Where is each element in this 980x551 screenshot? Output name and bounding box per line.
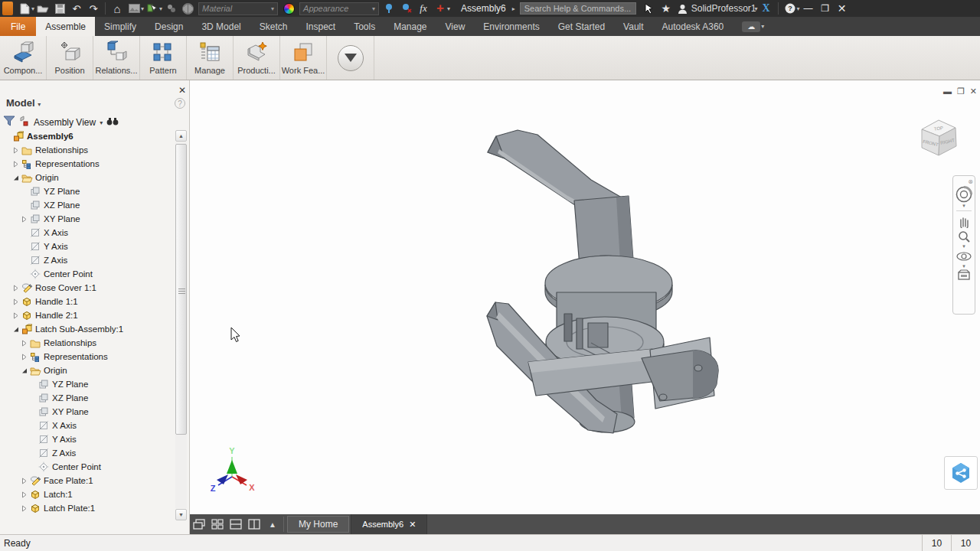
tree-item-relationships[interactable]: Relationships (0, 336, 176, 350)
ribbon-button-workfea[interactable]: Work Fea... (280, 39, 326, 75)
ribbon-tab-vault[interactable]: Vault (614, 17, 652, 36)
tree-item-center-point[interactable]: Center Point (0, 267, 176, 281)
tree-item-latch-1[interactable]: Latch:1 (0, 487, 176, 501)
new-file-icon[interactable] (17, 1, 32, 16)
expand-arrow-icon[interactable] (11, 298, 21, 305)
restore-button[interactable]: ❐ (817, 1, 834, 16)
material-sphere-icon[interactable] (180, 1, 195, 16)
ribbon-tab-environments[interactable]: Environments (474, 17, 548, 36)
favorites-star-icon[interactable]: ★ (658, 1, 674, 16)
username-label[interactable]: SolidProfessor1 (691, 3, 756, 14)
tree-item-y-axis[interactable]: Y Axis (0, 432, 176, 446)
minimize-button[interactable]: — (800, 1, 817, 16)
ribbon-tab-assemble[interactable]: Assemble (36, 17, 95, 36)
measure-dropdown-icon[interactable]: ▾ (447, 5, 450, 12)
tile-windows-icon[interactable] (208, 514, 227, 534)
viewport-3d[interactable]: ▬ ❐ ✕ (190, 80, 980, 514)
save-icon[interactable] (52, 1, 67, 16)
appearance-combo[interactable]: Appearance ▾ (299, 2, 379, 15)
assembly-3d-model[interactable] (190, 80, 980, 514)
zoom-icon[interactable] (957, 230, 971, 243)
scroll-up-icon[interactable]: ▲ (175, 130, 187, 142)
tree-item-xz-plane[interactable]: XZ Plane (0, 391, 176, 405)
tree-item-origin[interactable]: Origin (0, 364, 176, 377)
expand-arrow-icon[interactable] (20, 478, 29, 484)
assembly-view-selector[interactable]: Assembly View (34, 117, 96, 128)
split-horizontal-icon[interactable] (227, 514, 245, 534)
ribbon-tab-design[interactable]: Design (145, 17, 192, 36)
return-icon[interactable] (163, 1, 178, 16)
browser-title[interactable]: Model ▾ (6, 97, 41, 109)
expand-arrow-icon[interactable] (11, 285, 21, 292)
tree-item-xy-plane[interactable]: XY Plane (0, 212, 176, 226)
tree-item-rose-cover-1-1[interactable]: Rose Cover 1:1 (0, 281, 176, 295)
new-file-dropdown-icon[interactable]: ▾ (31, 5, 34, 12)
tree-item-representations[interactable]: Representations (0, 350, 176, 364)
look-at-icon[interactable] (957, 269, 971, 281)
wheel-dropdown-icon[interactable]: ▾ (962, 204, 965, 208)
tree-item-relationships[interactable]: Relationships (0, 143, 176, 157)
render-dropdown-icon[interactable]: ▾ (141, 5, 144, 12)
tab-assembly6[interactable]: Assembly6 ✕ (351, 514, 427, 534)
feedback-cursor-icon[interactable] (642, 1, 657, 16)
a360-shared-views-button[interactable] (944, 456, 978, 490)
select-icon[interactable] (145, 1, 160, 16)
ribbon-tab-autodesk-a360[interactable]: Autodesk A360 (653, 17, 733, 36)
expand-arrow-icon[interactable] (20, 216, 29, 223)
tree-item-latch-plate-1[interactable]: Latch Plate:1 (0, 501, 176, 515)
expand-arrow-icon[interactable] (11, 147, 21, 154)
parameters-fx-icon[interactable]: fx (416, 1, 431, 16)
user-dropdown-icon[interactable]: ▾ (754, 5, 757, 12)
pan-hand-icon[interactable] (957, 214, 971, 228)
help-icon[interactable]: ? (782, 1, 798, 16)
open-icon[interactable] (35, 1, 51, 16)
expand-arrow-icon[interactable] (11, 312, 21, 319)
undo-icon[interactable]: ↶ (69, 1, 84, 16)
color-wheel-icon[interactable] (281, 1, 296, 16)
exchange-apps-icon[interactable]: X (759, 1, 774, 16)
ribbon-button-manage[interactable]: Manage (187, 39, 233, 75)
ribbon-tab-file[interactable]: File (0, 17, 36, 36)
render-icon[interactable] (126, 1, 142, 16)
close-button[interactable]: ✕ (834, 1, 851, 16)
select-dropdown-icon[interactable]: ▾ (159, 5, 162, 12)
tree-item-handle-2-1[interactable]: Handle 2:1 (0, 308, 176, 322)
tree-item-latch-sub-assembly-1[interactable]: Latch Sub-Assembly:1 (0, 322, 176, 336)
tree-item-origin[interactable]: Origin (0, 171, 176, 184)
ribbon-button-compon[interactable]: Compon... (0, 39, 46, 75)
expand-arrow-icon[interactable] (20, 340, 29, 347)
split-vertical-icon[interactable] (245, 514, 263, 534)
ribbon-tab-sketch[interactable]: Sketch (250, 17, 297, 36)
ribbon-tab-view[interactable]: View (436, 17, 475, 36)
orbit-dropdown-icon[interactable]: ▾ (962, 264, 965, 269)
view-cube[interactable]: TOP FRONT RIGHT (914, 112, 963, 163)
tree-item-face-plate-1[interactable]: Face Plate:1 (0, 474, 176, 487)
tree-item-z-axis[interactable]: Z Axis (0, 446, 176, 460)
navbar-close-icon[interactable]: ⊗ (968, 178, 973, 185)
tab-my-home[interactable]: My Home (287, 516, 349, 533)
expand-arrow-icon[interactable] (20, 354, 29, 360)
expand-arrow-icon[interactable] (11, 161, 21, 168)
view-selector-dropdown-icon[interactable]: ▾ (100, 119, 103, 126)
a360-cloud-tab[interactable]: ☁ ▾ (736, 17, 770, 36)
tree-item-x-axis[interactable]: X Axis (0, 419, 176, 432)
title-expand-icon[interactable]: ▸ (512, 5, 515, 12)
zoom-dropdown-icon[interactable]: ▾ (962, 244, 965, 249)
tree-item-center-point[interactable]: Center Point (0, 460, 176, 474)
redo-icon[interactable]: ↷ (86, 1, 101, 16)
ribbon-button-position[interactable]: Position (47, 39, 93, 75)
ribbon-tab-get-started[interactable]: Get Started (549, 17, 614, 36)
tree-item-x-axis[interactable]: X Axis (0, 226, 176, 240)
ribbon-button-producti[interactable]: Producti... (234, 39, 279, 75)
ribbon-tab-inspect[interactable]: Inspect (296, 17, 345, 36)
user-avatar-icon[interactable] (675, 1, 691, 16)
home-icon[interactable]: ⌂ (109, 1, 125, 16)
ribbon-button-relations[interactable]: Relations... (93, 39, 139, 75)
cascade-windows-icon[interactable] (190, 514, 208, 534)
tree-item-representations[interactable]: Representations (0, 157, 176, 171)
steering-wheel-icon[interactable] (956, 186, 972, 203)
clear-appearance-icon[interactable] (399, 1, 414, 16)
tree-item-z-axis[interactable]: Z Axis (0, 253, 176, 267)
assembly-view-icon[interactable] (19, 116, 30, 129)
collapse-arrow-icon[interactable] (11, 174, 21, 181)
